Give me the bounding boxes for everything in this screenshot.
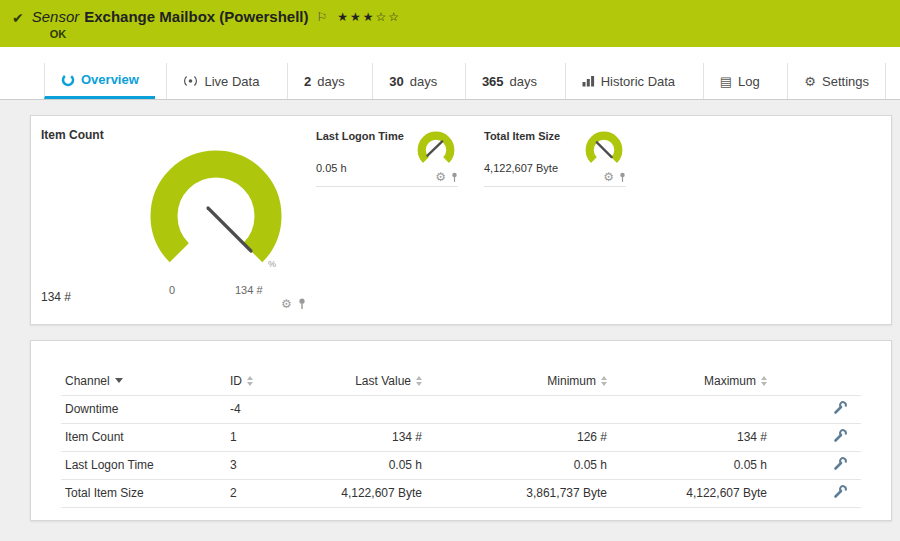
primary-channel-value: 134 # [41,290,71,304]
channel-name: Item Count [61,423,226,451]
channel-name: Last Logon Time [61,451,226,479]
sort-desc-icon [115,378,123,383]
gauge-tools: ⚙ [435,171,458,183]
channel-minimum: 0.05 h [426,451,611,479]
sensor-kind-label: Sensor [32,8,80,25]
col-header-maximum[interactable]: Maximum [611,367,771,395]
channel-minimum: 3,861,737 Byte [426,479,611,507]
mini-gauge-title: Last Logon Time [316,130,404,142]
tab-label: days [317,74,344,89]
status-badge: OK [50,28,401,40]
tab-historic-data[interactable]: Historic Data [565,63,691,99]
sensor-status-bar: ✔ Sensor Exchange Mailbox (Powershell) ⚐… [0,0,900,47]
edit-channel-icon[interactable] [833,457,847,471]
mini-gauge-total-item-size: Total Item Size 4,122,607 Byte ⚙ [484,128,626,187]
sensor-header: Sensor Exchange Mailbox (Powershell) ⚐ ★… [32,8,401,40]
table-row: Item Count 1 134 # 126 # 134 # [61,423,861,451]
gauge-needle [208,208,251,251]
channel-maximum: 0.05 h [611,451,771,479]
gear-icon[interactable]: ⚙ [603,171,614,183]
channel-last-value [306,395,426,423]
edit-channel-icon[interactable] [833,485,847,499]
sort-icon [416,376,422,386]
tab-settings[interactable]: ⚙ Settings [787,63,886,99]
tab-overview[interactable]: Overview [44,63,155,99]
channel-maximum: 134 # [611,423,771,451]
channel-minimum [426,395,611,423]
channel-last-value: 4,122,607 Byte [306,479,426,507]
sort-icon [601,376,607,386]
tab-label: Historic Data [601,74,675,89]
gear-icon: ⚙ [804,74,816,89]
gear-icon[interactable]: ⚙ [281,298,292,310]
mini-gauge-last-logon-time: Last Logon Time 0.05 h ⚙ [316,128,458,187]
gauge-needle [597,142,612,157]
channel-id: 1 [226,423,306,451]
mini-gauge-title: Total Item Size [484,130,560,142]
tab-label: Settings [822,74,869,89]
channel-maximum [611,395,771,423]
table-row: Total Item Size 2 4,122,607 Byte 3,861,7… [61,479,861,507]
col-header-channel[interactable]: Channel [61,367,226,395]
primary-channel-title: Item Count [41,128,104,142]
gauge-tools: ⚙ [281,298,306,310]
col-header-last-value[interactable]: Last Value [306,367,426,395]
gauge-scale-min: 0 [169,284,175,296]
tab-label: Log [738,74,760,89]
mini-gauge-value: 0.05 h [316,162,404,174]
channel-minimum: 126 # [426,423,611,451]
last-logon-gauge [414,128,458,170]
table-header-row: Channel ID Last Value Minimum Maximum [61,367,861,395]
channel-last-value: 134 # [306,423,426,451]
overview-content: Item Count % 0 134 # 134 # ⚙ Last Logon … [0,100,900,521]
tab-30-days[interactable]: 30days [372,63,453,99]
channel-id: 3 [226,451,306,479]
gear-icon[interactable]: ⚙ [435,171,446,183]
channels-panel: Channel ID Last Value Minimum Maximum [30,340,892,521]
item-count-gauge: % [141,138,291,298]
channel-maximum: 4,122,607 Byte [611,479,771,507]
sensor-title: Exchange Mailbox (Powershell) [84,8,308,25]
gauge-tools: ⚙ [603,171,626,183]
pin-icon[interactable] [451,172,458,183]
pin-icon[interactable] [298,298,306,310]
tab-log[interactable]: ▤ Log [703,63,776,99]
overview-icon [61,73,75,87]
tab-label: days [410,74,437,89]
sort-icon [247,376,253,386]
total-item-size-gauge [582,128,626,170]
gauges-panel: Item Count % 0 134 # 134 # ⚙ Last Logon … [30,115,892,325]
channels-table: Channel ID Last Value Minimum Maximum [61,367,861,508]
edit-channel-icon[interactable] [833,401,847,415]
historic-data-icon [582,75,595,87]
tab-label: Live Data [204,74,259,89]
mini-gauge-value: 4,122,607 Byte [484,162,560,174]
priority-flag-icon[interactable]: ⚐ [317,10,328,24]
ok-check-icon: ✔ [12,10,24,26]
col-header-id[interactable]: ID [226,367,306,395]
tab-label: Overview [81,72,139,87]
gauge-scale-max: 134 # [235,284,263,296]
tab-label: days [510,74,537,89]
tab-365-days[interactable]: 365days [465,63,553,99]
channel-last-value: 0.05 h [306,451,426,479]
sort-icon [761,376,767,386]
tab-2-days[interactable]: 2days [287,63,361,99]
channel-name: Downtime [61,395,226,423]
live-data-icon [183,75,198,87]
channel-name: Total Item Size [61,479,226,507]
edit-channel-icon[interactable] [833,429,847,443]
gauge-needle [427,141,442,155]
channel-id: -4 [226,395,306,423]
table-row: Downtime -4 [61,395,861,423]
table-row: Last Logon Time 3 0.05 h 0.05 h 0.05 h [61,451,861,479]
gauge-unit-label: % [268,259,276,269]
pin-icon[interactable] [619,172,626,183]
channel-id: 2 [226,479,306,507]
sensor-tab-bar: Overview Live Data 2days 30days 365days … [0,47,900,100]
priority-stars[interactable]: ★★★☆☆ [337,10,401,24]
log-icon: ▤ [720,74,732,89]
col-header-minimum[interactable]: Minimum [426,367,611,395]
tab-live-data[interactable]: Live Data [166,63,275,99]
